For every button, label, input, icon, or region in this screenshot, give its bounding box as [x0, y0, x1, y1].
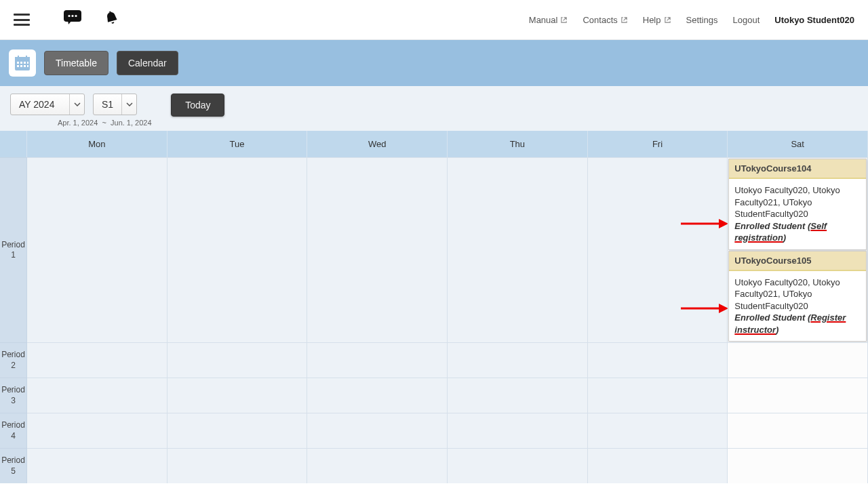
svg-marker-20	[719, 304, 728, 313]
cell-mon-2[interactable]	[27, 342, 167, 378]
cell-wed-2[interactable]	[307, 342, 448, 378]
external-icon	[620, 16, 628, 24]
svg-point-3	[71, 14, 73, 16]
status-suffix: )	[776, 325, 778, 335]
calendar-icon[interactable]	[9, 49, 36, 77]
date-range: Apr. 1, 2024 ~ Jun. 1, 2024	[0, 119, 868, 131]
status-suffix: )	[783, 232, 786, 243]
cell-sat-4[interactable]	[728, 413, 868, 448]
cell-sat-2[interactable]	[728, 342, 868, 378]
cell-fri-2[interactable]	[588, 342, 728, 378]
timetable-grid: Mon Tue Wed Thu Fri Sat Period 1 UTokyoC…	[0, 131, 868, 483]
cell-fri-1[interactable]	[588, 157, 728, 342]
svg-rect-10	[20, 62, 22, 64]
cell-thu-5[interactable]	[448, 448, 588, 483]
manual-link[interactable]: Manual	[529, 15, 568, 25]
help-link[interactable]: Help	[643, 15, 671, 25]
cell-fri-4[interactable]	[588, 413, 728, 448]
svg-rect-12	[27, 62, 28, 64]
annotation-arrow-2	[681, 302, 728, 314]
cell-wed-4[interactable]	[307, 413, 448, 448]
course-title: UTokyoCourse105	[729, 251, 866, 271]
cell-tue-2[interactable]	[167, 342, 308, 378]
period-2-label: Period 2	[0, 342, 27, 378]
range-sep: ~	[102, 119, 106, 127]
header-row: Mon Tue Wed Thu Fri Sat	[0, 131, 868, 157]
header-tue: Tue	[167, 131, 308, 157]
cell-tue-5[interactable]	[167, 448, 308, 483]
row-period-3: Period 3	[0, 378, 868, 413]
year-value: AY 2024	[11, 94, 69, 115]
svg-rect-15	[24, 65, 26, 67]
cell-wed-1[interactable]	[307, 157, 448, 342]
row-period-2: Period 2	[0, 342, 868, 378]
cell-mon-1[interactable]	[27, 157, 167, 342]
cell-mon-3[interactable]	[27, 378, 167, 413]
header-mon: Mon	[27, 131, 167, 157]
top-icons	[64, 10, 121, 30]
cell-tue-1[interactable]	[167, 157, 308, 342]
svg-rect-9	[17, 62, 19, 64]
cell-mon-4[interactable]	[27, 413, 167, 448]
external-icon	[664, 16, 671, 24]
chat-icon[interactable]	[64, 10, 83, 30]
cell-mon-5[interactable]	[27, 448, 167, 483]
course-card-104[interactable]: UTokyoCourse104 Utokyo Faculty020, Utoky…	[728, 159, 867, 250]
cell-fri-5[interactable]	[588, 448, 728, 483]
period-3-label: Period 3	[0, 378, 27, 413]
range-from: Apr. 1, 2024	[58, 119, 98, 127]
svg-marker-1	[68, 20, 72, 24]
chevron-down-icon	[121, 94, 136, 115]
course-title: UTokyoCourse104	[729, 159, 866, 179]
course-body: Utokyo Faculty020, Utokyo Faculty021, UT…	[729, 179, 866, 249]
cell-thu-1[interactable]	[448, 157, 588, 342]
contacts-label: Contacts	[583, 15, 617, 25]
term-value: S1	[94, 94, 121, 115]
topbar: Manual Contacts Help Settings Logout Uto…	[0, 0, 868, 40]
cell-thu-2[interactable]	[448, 342, 588, 378]
topbar-right: Manual Contacts Help Settings Logout Uto…	[529, 15, 854, 25]
header-wed: Wed	[307, 131, 448, 157]
row-period-4: Period 4	[0, 413, 868, 448]
contacts-link[interactable]: Contacts	[583, 15, 627, 25]
svg-marker-18	[719, 219, 728, 228]
header-corner	[0, 131, 27, 157]
cell-wed-5[interactable]	[307, 448, 448, 483]
menu-button[interactable]	[14, 14, 30, 26]
range-to: Jun. 1, 2024	[111, 119, 152, 127]
settings-link[interactable]: Settings	[686, 15, 718, 25]
cell-thu-4[interactable]	[448, 413, 588, 448]
period-4-label: Period 4	[0, 413, 27, 448]
svg-rect-11	[24, 62, 26, 64]
svg-point-2	[68, 14, 70, 16]
tab-timetable[interactable]: Timetable	[44, 51, 108, 75]
svg-rect-16	[27, 65, 28, 67]
year-dropdown[interactable]: AY 2024	[10, 94, 85, 115]
term-dropdown[interactable]: S1	[93, 94, 137, 115]
cell-wed-3[interactable]	[307, 378, 448, 413]
header-thu: Thu	[448, 131, 588, 157]
cell-tue-4[interactable]	[167, 413, 308, 448]
cell-sat-1[interactable]: UTokyoCourse104 Utokyo Faculty020, Utoky…	[728, 157, 868, 342]
enrollment-status: Enrolled Student (Self registration)	[734, 220, 861, 244]
bell-icon[interactable]	[103, 10, 121, 30]
cell-fri-3[interactable]	[588, 378, 728, 413]
cell-sat-3[interactable]	[728, 378, 868, 413]
svg-point-4	[75, 14, 77, 16]
period-5-label: Period 5	[0, 448, 27, 483]
period-1-label: Period 1	[0, 157, 27, 342]
course-card-105[interactable]: UTokyoCourse105 Utokyo Faculty020, Utoky…	[728, 251, 867, 342]
header-sat: Sat	[728, 131, 868, 157]
cell-sat-5[interactable]	[728, 448, 868, 483]
course-faculty: Utokyo Faculty020, Utokyo Faculty021, UT…	[734, 184, 861, 220]
row-period-1: Period 1 UTokyoCourse104 Utokyo Faculty0…	[0, 157, 868, 342]
annotation-arrow-1	[681, 218, 728, 230]
cell-thu-3[interactable]	[448, 378, 588, 413]
today-button[interactable]: Today	[171, 94, 224, 117]
external-icon	[560, 16, 568, 24]
chevron-down-icon	[69, 94, 84, 115]
cell-tue-3[interactable]	[167, 378, 308, 413]
tab-calendar[interactable]: Calendar	[117, 51, 178, 75]
logout-link[interactable]: Logout	[732, 15, 760, 25]
svg-rect-6	[15, 57, 30, 60]
